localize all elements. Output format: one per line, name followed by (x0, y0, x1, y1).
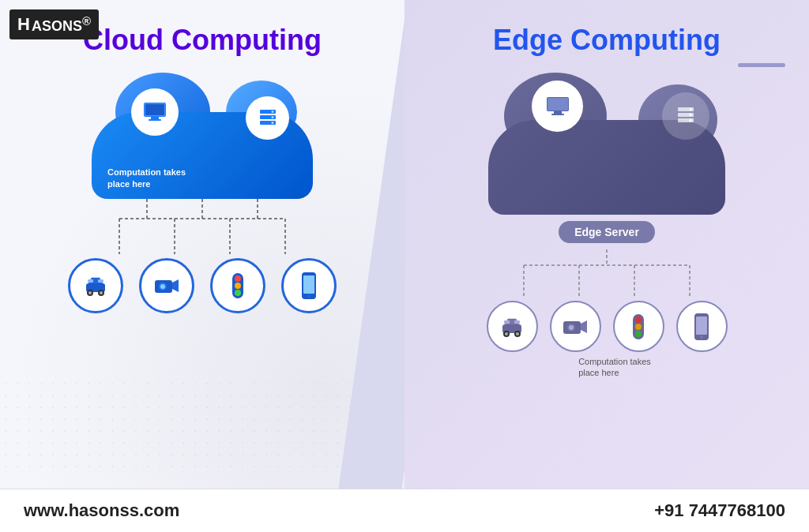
svg-point-55 (505, 332, 508, 335)
svg-rect-25 (98, 279, 103, 283)
svg-point-44 (690, 108, 692, 111)
footer-phone: +91 7447768100 (654, 500, 785, 521)
edge-server-label-container: Edge Server (420, 221, 793, 243)
svg-point-63 (569, 325, 574, 330)
devices-row-left (16, 258, 389, 313)
left-content: Cloud Computing (16, 24, 389, 313)
device-car (68, 258, 123, 313)
svg-rect-38 (547, 98, 568, 111)
svg-point-29 (160, 284, 165, 289)
svg-rect-4 (145, 104, 164, 115)
computation-label-left: Computation takesplace here (107, 167, 186, 189)
cloud-server-icon (246, 96, 289, 140)
edge-server-badge: Edge Server (559, 221, 655, 243)
cloud-illustration-left: Computation takesplace here (16, 73, 389, 199)
svg-point-67 (635, 331, 642, 337)
device-phone (281, 258, 337, 313)
devices-row-right (487, 301, 728, 352)
right-lower: Computation takesplace here (420, 297, 793, 379)
svg-point-31 (235, 275, 241, 282)
svg-point-33 (235, 290, 241, 296)
dark-cloud-monitor-icon (532, 81, 583, 132)
svg-point-10 (271, 122, 273, 124)
svg-point-8 (271, 111, 273, 113)
device-traffic-light-right (613, 301, 664, 352)
svg-point-45 (690, 114, 692, 116)
svg-point-57 (516, 332, 519, 335)
svg-rect-24 (88, 279, 93, 283)
logo-h: H (17, 14, 30, 35)
dot-pattern-bg (0, 378, 404, 473)
svg-point-21 (88, 291, 92, 294)
svg-rect-40 (551, 114, 564, 115)
dark-cloud-server-icon (662, 92, 709, 140)
logo-text: ASONS® (32, 14, 91, 35)
connection-lines-left (84, 199, 321, 254)
svg-marker-27 (172, 279, 179, 292)
device-car-right (487, 301, 538, 352)
svg-point-70 (700, 335, 703, 339)
svg-point-9 (271, 116, 273, 118)
right-panel: Edge Computing (404, 0, 809, 489)
svg-point-46 (690, 119, 692, 122)
connection-lines-right (488, 249, 725, 297)
svg-rect-2 (149, 119, 161, 121)
dark-cloud (488, 73, 725, 215)
footer-website: www.hasonss.com (24, 500, 179, 521)
svg-marker-61 (581, 320, 587, 333)
device-camera-right (550, 301, 601, 352)
svg-rect-58 (504, 320, 510, 324)
right-content: Edge Computing (420, 24, 793, 379)
hasons-logo: H ASONS® (9, 9, 99, 39)
device-traffic-light (210, 258, 265, 313)
svg-rect-1 (151, 117, 159, 119)
svg-rect-59 (514, 320, 520, 324)
svg-point-66 (635, 324, 642, 330)
edge-computing-title: Edge Computing (420, 24, 793, 57)
svg-point-65 (635, 317, 642, 323)
svg-point-23 (100, 291, 103, 294)
footer: www.hasonss.com +91 7447768100 (0, 489, 809, 532)
left-panel: H ASONS® Cloud Computing (0, 0, 404, 489)
svg-rect-39 (554, 111, 562, 114)
main-container: H ASONS® Cloud Computing (0, 0, 809, 489)
device-camera (139, 258, 194, 313)
computation-label-right: Computation takesplace here (563, 356, 651, 379)
svg-point-36 (307, 294, 310, 298)
logo-registered: ® (82, 14, 91, 28)
svg-point-32 (235, 283, 241, 289)
cloud-illustration-right (420, 73, 793, 215)
svg-rect-69 (696, 317, 707, 335)
device-phone-right (676, 301, 728, 352)
cloud-monitor-icon (131, 88, 179, 136)
svg-rect-35 (303, 275, 314, 294)
blue-cloud: Computation takesplace here (92, 73, 313, 199)
